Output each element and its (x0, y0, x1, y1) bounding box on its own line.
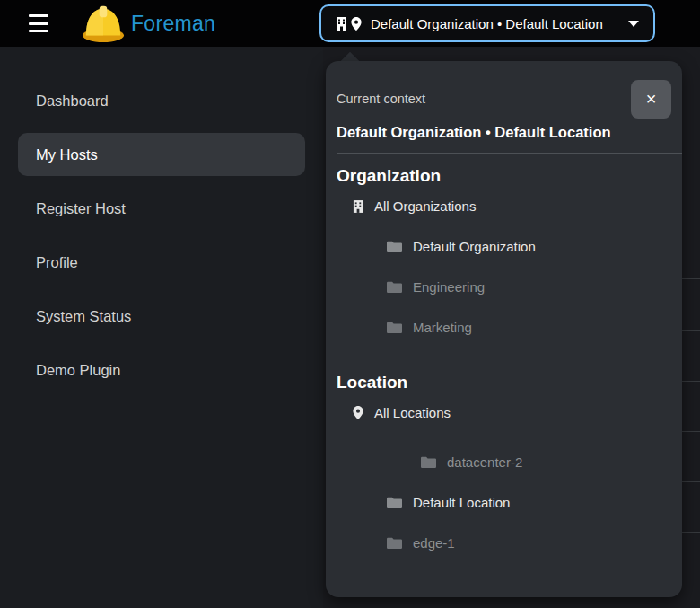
close-icon: × (646, 90, 657, 108)
sidebar-item-dashboard[interactable]: Dashboard (0, 79, 323, 129)
context-selector-label: Default Organization • Default Location (371, 16, 603, 31)
tree-item-marketing[interactable]: Marketing (326, 307, 682, 348)
sidebar-item-label: Dashboard (36, 93, 109, 110)
folder-icon (387, 241, 402, 252)
tree-item-label: All Organizations (374, 198, 476, 214)
sidebar: Dashboard My Hosts Register Host Profile… (0, 47, 323, 608)
tree-item-label: Default Location (413, 495, 510, 510)
sidebar-item-profile[interactable]: Profile (0, 241, 323, 291)
current-context-title: Default Organization • Default Location (326, 119, 682, 141)
tree-item-label: datacenter-2 (447, 454, 522, 470)
tree-item-default-location[interactable]: Default Location (326, 482, 682, 523)
tree-item-edge-1[interactable]: edge-1 (326, 523, 682, 563)
building-icon (336, 17, 347, 31)
masthead: Foreman Default Organization • Default L… (0, 0, 700, 47)
tree-item-datacenter-2[interactable]: datacenter-2 (326, 442, 682, 482)
sidebar-item-label: System Status (36, 308, 131, 325)
tree-item-label: All Locations (374, 405, 451, 420)
location-pin-icon (351, 17, 362, 31)
current-context-caption: Current context (337, 92, 425, 106)
sidebar-item-register-host[interactable]: Register Host (0, 187, 323, 237)
tree-item-default-organization[interactable]: Default Organization (326, 226, 682, 267)
chevron-down-icon (628, 21, 639, 27)
close-button[interactable]: × (631, 80, 671, 119)
folder-icon (387, 322, 402, 333)
sidebar-item-label: Register Host (36, 200, 126, 217)
hardhat-logo-icon (81, 3, 126, 44)
sidebar-item-label: Demo Plugin (36, 362, 120, 379)
context-selector-button[interactable]: Default Organization • Default Location (319, 4, 655, 42)
building-icon (353, 200, 363, 213)
brand-logo[interactable]: Foreman (81, 2, 215, 45)
tree-item-label: Default Organization (413, 239, 536, 254)
context-selector-panel: Current context × Default Organization •… (326, 61, 682, 597)
sidebar-item-demo-plugin[interactable]: Demo Plugin (0, 348, 323, 399)
folder-icon (387, 281, 402, 293)
tree-item-engineering[interactable]: Engineering (326, 267, 682, 307)
folder-icon (387, 497, 402, 508)
menu-toggle-icon[interactable] (29, 14, 50, 32)
sidebar-item-label: Profile (36, 254, 78, 271)
tree-item-all-locations[interactable]: All Locations (326, 392, 682, 433)
panel-header: Current context × (326, 61, 682, 119)
tree-item-all-organizations[interactable]: All Organizations (326, 186, 682, 226)
folder-icon (387, 537, 402, 549)
sidebar-nav: Dashboard My Hosts Register Host Profile… (0, 47, 323, 399)
location-pin-icon (353, 406, 363, 419)
sidebar-item-system-status[interactable]: System Status (0, 295, 323, 345)
sidebar-item-label: My Hosts (36, 146, 98, 163)
tree-item-label: edge-1 (413, 535, 455, 551)
sidebar-item-my-hosts[interactable]: My Hosts (0, 133, 323, 183)
location-heading: Location (326, 348, 682, 392)
tree-item-label: Engineering (413, 279, 485, 295)
brand-name: Foreman (131, 12, 215, 36)
organization-heading: Organization (326, 154, 682, 186)
tree-item-label: Marketing (413, 320, 472, 335)
folder-icon (421, 456, 436, 468)
